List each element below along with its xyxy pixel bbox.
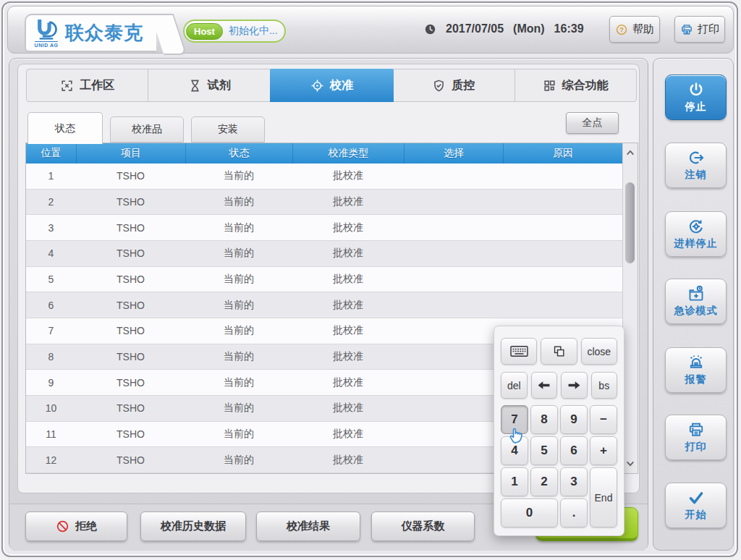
brand-logo-text: UNID AG	[35, 41, 59, 48]
sidebar-emergency-mode-button[interactable]: 急诊模式	[665, 279, 727, 324]
cell: 批校准	[292, 396, 404, 421]
cell: TSHO	[76, 344, 185, 370]
table-row[interactable]: 5TSHO当前的批校准	[26, 267, 622, 293]
button-label: 停止	[685, 101, 707, 114]
table-scrollbar[interactable]	[622, 143, 638, 473]
keypad-2-key[interactable]: 2	[530, 467, 558, 496]
tab-qc[interactable]: 质控	[393, 69, 515, 101]
keypad-6-key[interactable]: 6	[560, 436, 588, 465]
keypad-move-window-key[interactable]	[541, 338, 577, 365]
cell: 批校准	[292, 267, 404, 292]
keypad-1-key[interactable]: 1	[501, 467, 528, 496]
button-label: 急诊模式	[674, 305, 718, 318]
cell: TSHO	[76, 292, 185, 318]
cell	[503, 241, 622, 266]
cell: 11	[26, 422, 76, 447]
tab-workspace[interactable]: 工作区	[27, 69, 148, 101]
keypad-9-key[interactable]: 9	[560, 405, 588, 434]
subtab-calibrator[interactable]: 校准品	[110, 116, 184, 143]
keypad-8-key[interactable]: 8	[530, 405, 558, 434]
cell: 9	[26, 370, 76, 395]
keypad-arrow-right-key[interactable]	[561, 372, 588, 399]
cell: TSHO	[76, 267, 185, 292]
cell: 当前的	[185, 215, 292, 240]
sidebar-print-button[interactable]: 打印	[665, 415, 727, 460]
printer-icon	[680, 23, 693, 36]
print-button-top[interactable]: 打印	[674, 16, 725, 43]
logout-icon	[687, 149, 705, 166]
keypad-4-key[interactable]: 4	[501, 436, 528, 465]
keypad-dot-key[interactable]: .	[560, 499, 588, 527]
cell: TSHO	[76, 164, 185, 189]
button-label: 报警	[685, 373, 707, 386]
keypad-minus-key[interactable]: −	[590, 405, 617, 434]
sidebar-alarm-button[interactable]: 报警	[665, 347, 727, 393]
scroll-up-icon[interactable]	[623, 143, 638, 162]
tab-calibration[interactable]: 校准	[270, 69, 394, 102]
instrument-coeff-button[interactable]: 仪器系数	[371, 512, 475, 541]
tab-functions[interactable]: 综合功能	[515, 69, 636, 101]
keypad-5-key[interactable]: 5	[530, 436, 558, 465]
cell	[404, 447, 503, 472]
keypad-arrow-left-key[interactable]	[531, 372, 558, 399]
column-header: 项目	[76, 143, 185, 164]
sidebar-stop-button[interactable]: 停止	[665, 75, 727, 120]
cell: TSHO	[76, 215, 185, 240]
tab-reagent[interactable]: 试剂	[148, 69, 270, 101]
keypad-7-key[interactable]: 7	[501, 405, 528, 434]
table-row[interactable]: 2TSHO当前的批校准	[26, 190, 622, 216]
cell: 当前的	[185, 267, 292, 292]
scrollbar-track[interactable]	[623, 162, 638, 454]
cell	[503, 190, 622, 215]
date-text: 2017/07/05	[446, 22, 504, 35]
subtab-install[interactable]: 安装	[191, 116, 265, 143]
print-button-label: 打印	[698, 22, 719, 36]
keypad-3-key[interactable]: 3	[560, 467, 588, 496]
datetime: 2017/07/05 (Mon) 16:39	[424, 22, 584, 35]
keypad-bs-key[interactable]: bs	[591, 372, 618, 399]
main-tabs: 工作区试剂校准质控综合功能	[26, 69, 637, 102]
cell: TSHO	[76, 396, 185, 421]
host-badge: Host	[186, 23, 223, 40]
cell: 批校准	[292, 318, 404, 344]
sidebar-logout-button[interactable]: 注销	[665, 143, 727, 188]
reject-button[interactable]: 拒绝	[25, 512, 127, 541]
qc-icon	[432, 79, 446, 93]
scrollbar-thumb[interactable]	[625, 182, 635, 263]
cell: 批校准	[292, 344, 404, 370]
tab-label: 质控	[452, 78, 475, 93]
cell	[404, 396, 503, 421]
keypad-virtual-keyboard-key[interactable]	[501, 338, 537, 365]
arrow-left-icon	[537, 381, 551, 390]
all-points-button[interactable]: 全点	[566, 112, 619, 134]
cell: 批校准	[292, 164, 404, 189]
keypad-0-key[interactable]: 0	[501, 499, 558, 527]
cell: 1	[26, 164, 76, 189]
cell: 当前的	[185, 190, 292, 215]
workspace-icon	[60, 79, 74, 93]
cell: 当前的	[185, 396, 292, 421]
keyboard-icon	[509, 345, 529, 357]
keypad-close-key[interactable]: close	[581, 338, 617, 365]
keypad-plus-key[interactable]: +	[590, 436, 617, 465]
cell: 批校准	[292, 215, 404, 240]
button-label: 仪器系数	[402, 519, 445, 533]
sidebar-sampling-stop-button[interactable]: 进样停止	[665, 211, 727, 257]
table-row[interactable]: 3TSHO当前的批校准	[26, 215, 622, 241]
cal-history-button[interactable]: 校准历史数据	[140, 512, 246, 541]
scroll-down-icon[interactable]	[623, 454, 638, 473]
cell	[404, 190, 503, 215]
brand-logo-wrap: UNID AG	[33, 18, 60, 48]
subtab-status[interactable]: 状态	[27, 112, 103, 144]
power-icon	[687, 81, 705, 98]
cell: TSHO	[76, 447, 185, 472]
cal-result-button[interactable]: 校准结果	[256, 512, 360, 541]
keypad-end-key[interactable]: End	[590, 467, 617, 527]
table-row[interactable]: 4TSHO当前的批校准	[26, 241, 622, 267]
keypad-del-key[interactable]: del	[501, 372, 528, 399]
sidebar-start-button[interactable]: 开始	[665, 483, 727, 528]
table-row[interactable]: 1TSHO当前的批校准	[26, 164, 622, 190]
help-button[interactable]: ? 帮助	[609, 16, 660, 43]
table-row[interactable]: 6TSHO当前的批校准	[26, 292, 622, 318]
clock-icon	[424, 23, 436, 35]
